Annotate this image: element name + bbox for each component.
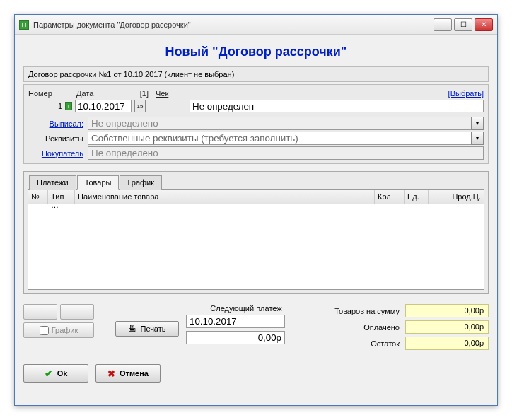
next-payment-amount[interactable] xyxy=(186,331,285,344)
col-type[interactable]: Тип … xyxy=(48,190,75,204)
close-button[interactable]: ✕ xyxy=(475,18,493,31)
window-title: Параметры документа "Договор рассрочки" xyxy=(33,21,434,29)
buyer-label[interactable]: Покупатель xyxy=(28,149,83,158)
goods-sum-label: Товаров на сумму xyxy=(334,307,400,315)
document-summary: Договор рассрочки №1 от 10.10.2017 (клие… xyxy=(28,70,234,78)
tab-strip: Платежи Товары График xyxy=(28,175,484,190)
info-panel: Договор рассрочки №1 от 10.10.2017 (клие… xyxy=(23,66,489,82)
schedule-label: График xyxy=(52,326,78,334)
schedule-checkbox-button[interactable]: График xyxy=(23,322,94,338)
requisites-dropdown-button[interactable]: ▾ xyxy=(471,132,484,145)
tab-payments[interactable]: Платежи xyxy=(29,175,76,190)
issued-field[interactable] xyxy=(88,117,472,130)
x-icon: ✖ xyxy=(107,368,115,379)
printer-icon: 🖶 xyxy=(128,324,136,334)
grid-body[interactable] xyxy=(28,204,484,289)
goods-grid: № Тип … Наименование товара Кол Ед. Прод… xyxy=(28,189,484,290)
schedule-checkbox[interactable] xyxy=(40,326,49,335)
issued-label[interactable]: Выписал: xyxy=(28,119,83,128)
print-button[interactable]: 🖶 Печать xyxy=(115,321,179,337)
date-input[interactable] xyxy=(75,100,132,112)
select-link[interactable]: [Выбрать] xyxy=(448,89,484,98)
paid-value: 0,00р xyxy=(405,320,489,334)
maximize-button[interactable]: ☐ xyxy=(454,18,472,31)
page-title: Новый "Договор рассрочки" xyxy=(23,40,489,66)
ok-button[interactable]: ✔ Ok xyxy=(23,364,88,383)
cancel-button[interactable]: ✖ Отмена xyxy=(95,364,161,383)
date-picker-button[interactable]: 15 xyxy=(134,100,146,112)
col-name[interactable]: Наименование товара xyxy=(75,190,375,204)
check-input[interactable] xyxy=(190,100,484,112)
dialog-window: П Параметры документа "Договор рассрочки… xyxy=(14,14,498,406)
requisites-field[interactable] xyxy=(88,132,472,145)
balance-value: 0,00р xyxy=(405,337,489,350)
next-payment-date[interactable] xyxy=(186,315,285,328)
check-link[interactable]: Чек xyxy=(156,89,168,98)
balance-label: Остаток xyxy=(371,339,400,348)
date-label: Дата xyxy=(76,89,124,98)
titlebar: П Параметры документа "Договор рассрочки… xyxy=(15,15,497,35)
tab-goods[interactable]: Товары xyxy=(77,175,120,190)
next-payment-label: Следующий платеж xyxy=(186,304,306,315)
print-label: Печать xyxy=(140,325,165,333)
count-label: [1] xyxy=(132,89,149,98)
goods-sum-value: 0,00р xyxy=(405,304,489,317)
nav-prev-button[interactable] xyxy=(23,304,57,320)
requisites-label: Реквизиты xyxy=(28,134,83,143)
col-qty[interactable]: Кол xyxy=(375,190,405,204)
col-unit[interactable]: Ед. xyxy=(405,190,429,204)
buyer-field[interactable] xyxy=(88,146,484,160)
tab-schedule[interactable]: График xyxy=(120,175,162,190)
cancel-label: Отмена xyxy=(120,369,149,378)
number-label: Номер xyxy=(28,89,69,98)
paid-label: Оплачено xyxy=(363,323,400,332)
nav-next-button[interactable] xyxy=(60,304,94,320)
app-icon: П xyxy=(19,20,29,30)
check-icon: ✔ xyxy=(45,368,53,379)
minimize-button[interactable]: — xyxy=(434,18,452,31)
issued-dropdown-button[interactable]: ▾ xyxy=(471,117,484,130)
col-number[interactable]: № xyxy=(28,190,48,204)
col-price[interactable]: Прод.Ц. xyxy=(429,190,484,204)
info-icon[interactable]: i xyxy=(65,102,72,110)
ok-label: Ok xyxy=(57,369,68,378)
number-value: 1 xyxy=(28,102,62,110)
